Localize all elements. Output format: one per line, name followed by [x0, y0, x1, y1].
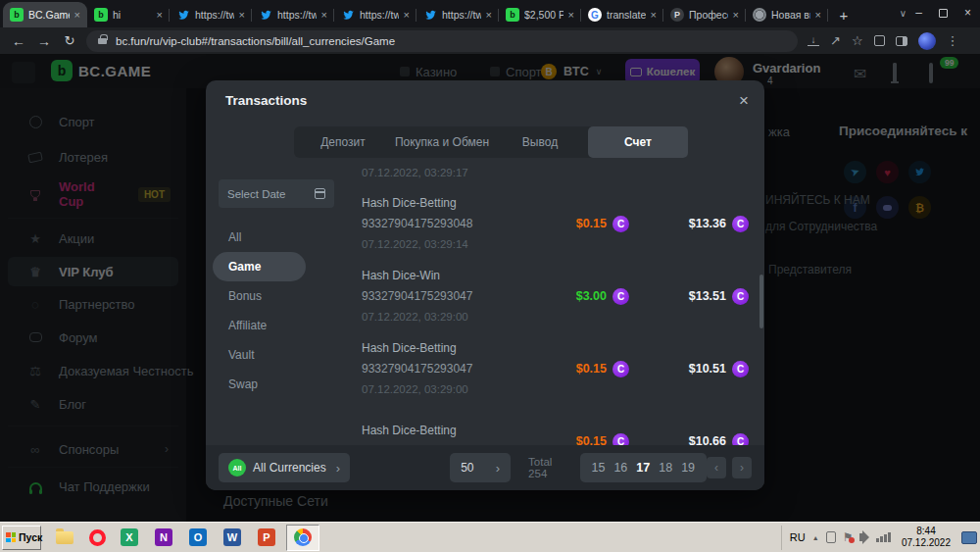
taskbar-file-explorer[interactable] [53, 526, 76, 549]
transaction-amount: $0.15 [576, 434, 607, 445]
transaction-balance: $10.51 [689, 362, 726, 376]
browser-tab-hi[interactable]: b hi × [87, 2, 170, 27]
taskbar-outlook[interactable]: O [186, 526, 210, 549]
language-indicator[interactable]: RU [790, 531, 806, 543]
address-bar[interactable]: bc.fun/ru/vip-club#/transactions/bill/al… [86, 30, 798, 52]
volume-icon[interactable] [859, 533, 863, 541]
page-size-selector[interactable]: 50 › [450, 453, 511, 482]
transaction-amount: $0.15 [576, 217, 607, 230]
taskbar-chrome-active[interactable] [286, 525, 319, 551]
transaction-balance: $10.66 [689, 434, 726, 445]
tab-close-icon[interactable]: × [486, 9, 492, 21]
browser-tab-twitter-1[interactable]: https://tw × [170, 2, 252, 27]
transaction-id: 93327904175293047 [362, 286, 535, 307]
modal-title: Transactions [225, 93, 307, 108]
transaction-row: Hash Dice-Betting 93327904175293047 07.1… [362, 335, 749, 402]
transaction-date: 07.12.2022, 03:29:00 [362, 379, 535, 400]
new-tab-button[interactable]: + [832, 3, 856, 26]
browser-tab-newtab[interactable]: Новая вк × [746, 2, 828, 27]
taskbar-opera[interactable] [85, 526, 109, 549]
taskbar-word[interactable]: W [220, 526, 244, 549]
all-currencies-icon: All [228, 459, 246, 477]
tab-withdraw[interactable]: Вывод [492, 126, 588, 158]
tab-search-chevron-icon[interactable]: ∨ [900, 8, 906, 19]
share-icon[interactable]: ↗ [830, 33, 841, 48]
page-16[interactable]: 16 [613, 461, 627, 475]
list-scrollbar[interactable] [760, 275, 763, 328]
tab-buy-swap[interactable]: Покупка и Обмен [392, 126, 492, 158]
browser-menu-icon[interactable]: ⋮ [947, 33, 959, 48]
network-signal-icon[interactable] [876, 532, 891, 542]
transaction-id: 93327904175293047 [362, 359, 535, 379]
back-button[interactable]: ← [6, 33, 31, 49]
action-center-flag-icon[interactable]: ⚑ [843, 530, 854, 544]
tab-label: https://tw [360, 9, 399, 21]
taskbar-powerpoint[interactable]: P [255, 526, 278, 549]
filter-game[interactable]: Game [213, 252, 306, 281]
chrome-icon [294, 528, 312, 546]
tab-close-icon[interactable]: × [321, 9, 327, 21]
browser-tab-promo[interactable]: b $2,500 Pr × [499, 2, 581, 27]
filter-vault[interactable]: Vault [219, 340, 348, 370]
browser-tab-twitter-4[interactable]: https://tw × [416, 2, 499, 27]
start-label: Пуск [19, 531, 42, 543]
window-minimize-button[interactable]: – [906, 0, 931, 25]
modal-close-icon[interactable]: × [739, 92, 749, 109]
filter-affiliate[interactable]: Affiliate [219, 311, 348, 340]
reload-button[interactable]: ↻ [57, 33, 82, 48]
transaction-date: 07.12.2022, 03:29:00 [362, 307, 535, 327]
filter-all[interactable]: All [219, 223, 348, 252]
extensions-icon[interactable] [874, 35, 885, 46]
filter-swap[interactable]: Swap [219, 370, 348, 399]
tab-close-icon[interactable]: × [815, 9, 821, 21]
all-currencies-button[interactable]: All All Currencies › [219, 453, 350, 482]
browser-tab-twitter-2[interactable]: https://tw × [252, 2, 334, 27]
browser-profile-avatar[interactable] [918, 32, 936, 50]
tab-deposit[interactable]: Депозит [294, 126, 392, 158]
select-date-button[interactable]: Select Date [219, 179, 334, 208]
browser-toolbar: ← → ↻ bc.fun/ru/vip-club#/transactions/b… [0, 27, 980, 55]
tab-label: Новая вк [771, 9, 810, 21]
transaction-balance: $13.51 [689, 289, 726, 303]
tab-close-icon[interactable]: × [733, 9, 739, 21]
tab-bill[interactable]: Счет [588, 126, 688, 158]
page-17-current[interactable]: 17 [636, 461, 650, 475]
next-page-button[interactable]: › [732, 457, 752, 478]
page-19[interactable]: 19 [681, 461, 695, 475]
side-panel-icon[interactable] [896, 36, 907, 46]
transaction-list[interactable]: 07.12.2022, 03:29:17 Hash Dice-Betting 9… [348, 165, 764, 445]
taskbar-onenote[interactable]: N [152, 526, 175, 549]
page-15[interactable]: 15 [592, 461, 606, 475]
browser-tab-profession[interactable]: P Профессо × [663, 2, 746, 27]
transaction-title: Hash Dice-Betting [362, 338, 535, 359]
filter-bonus[interactable]: Bonus [219, 281, 348, 311]
tray-clock[interactable]: 8:44 07.12.2022 [902, 526, 951, 549]
outlook-icon: O [189, 528, 207, 546]
tray-app-icon[interactable] [826, 531, 836, 543]
hidden-icons-chevron[interactable]: ▲ [812, 534, 819, 541]
tab-close-icon[interactable]: × [404, 9, 410, 21]
window-restore-button[interactable] [931, 0, 956, 25]
install-icon[interactable]: ↓ [808, 36, 819, 46]
windows-logo-icon [6, 532, 16, 542]
start-button[interactable]: Пуск [2, 526, 41, 550]
bookmark-star-icon[interactable]: ☆ [852, 33, 863, 48]
taskbar-excel[interactable]: X [118, 526, 141, 549]
browser-tab-translate[interactable]: G translate × [581, 2, 663, 27]
window-close-button[interactable]: × [956, 0, 980, 25]
browser-tab-bcgame[interactable]: b BC.Game: × [3, 2, 87, 27]
prev-page-button[interactable]: ‹ [707, 457, 726, 478]
url-text: bc.fun/ru/vip-club#/transactions/bill/al… [116, 35, 395, 47]
tab-close-icon[interactable]: × [239, 9, 245, 21]
browser-tab-twitter-3[interactable]: https://tw × [334, 2, 416, 27]
windows-taskbar: Пуск X N O W P RU ▲ ⚑ 8:44 07.12.2022 [0, 522, 980, 552]
tab-close-icon[interactable]: × [157, 9, 163, 21]
tab-close-icon[interactable]: × [74, 9, 80, 21]
window-controls: – × [906, 0, 980, 25]
page-18[interactable]: 18 [659, 461, 672, 475]
coin-icon: C [732, 216, 749, 232]
show-desktop-button[interactable] [961, 531, 977, 544]
tab-close-icon[interactable]: × [651, 9, 657, 21]
tab-close-icon[interactable]: × [568, 9, 574, 21]
forward-button[interactable]: → [31, 33, 57, 49]
